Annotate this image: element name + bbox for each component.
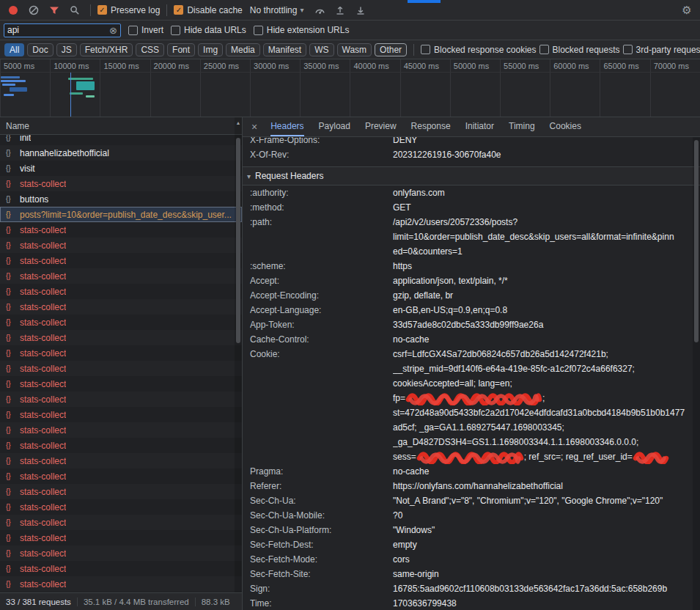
- header-value-line: 16785:5aad9602cf110608b03133de563642fac1…: [393, 581, 690, 596]
- header-row: Time:1703636799438: [250, 596, 690, 610]
- throttling-select[interactable]: No throttling ▾: [246, 4, 309, 17]
- request-row[interactable]: {}stats-collect: [0, 361, 242, 376]
- request-type-icon: {}: [6, 364, 15, 372]
- request-row[interactable]: {}stats-collect: [0, 484, 242, 499]
- record-button[interactable]: [4, 2, 22, 18]
- invert-checkbox[interactable]: Invert: [128, 25, 163, 35]
- tab-preview[interactable]: Preview: [365, 117, 397, 136]
- header-value: same-origin: [393, 567, 690, 581]
- tab-cookies[interactable]: Cookies: [550, 117, 581, 136]
- blocked-requests-checkbox[interactable]: Blocked requests: [539, 45, 620, 55]
- filter-input[interactable]: ⊗: [4, 23, 121, 37]
- request-row[interactable]: {}stats-collect: [0, 392, 242, 407]
- close-details-icon[interactable]: ×: [251, 121, 257, 133]
- request-row[interactable]: {}buttons: [0, 191, 242, 207]
- request-row[interactable]: {}stats-collect: [0, 453, 242, 468]
- filter-pill-font[interactable]: Font: [167, 43, 195, 56]
- request-row[interactable]: {}stats-collect: [0, 238, 242, 253]
- filter-pill-manifest[interactable]: Manifest: [263, 43, 306, 56]
- request-row[interactable]: {}stats-collect: [0, 222, 242, 238]
- filter-pill-fetch-xhr[interactable]: Fetch/XHR: [80, 43, 133, 56]
- request-headers-section[interactable]: ▾ Request Headers: [243, 166, 700, 185]
- request-row[interactable]: {}stats-collect: [0, 515, 242, 530]
- request-name: stats-collect: [20, 410, 66, 420]
- settings-gear-icon[interactable]: ⚙: [678, 2, 696, 18]
- request-row[interactable]: {}visit: [0, 161, 242, 176]
- request-row[interactable]: {}stats-collect: [0, 576, 242, 592]
- column-header-name[interactable]: Name: [0, 117, 242, 135]
- request-name: stats-collect: [20, 471, 66, 482]
- request-name: stats-collect: [20, 333, 66, 343]
- request-row[interactable]: {}stats-collect: [0, 253, 242, 268]
- request-row[interactable]: {}init: [0, 135, 242, 145]
- disable-cache-checkbox[interactable]: ✓ Disable cache: [174, 5, 242, 15]
- hide-data-urls-checkbox[interactable]: Hide data URLs: [171, 25, 246, 35]
- tab-timing[interactable]: Timing: [509, 117, 535, 136]
- scroll-up-icon[interactable]: ▲: [235, 117, 242, 125]
- timeline-overview[interactable]: 5000 ms10000 ms15000 ms20000 ms25000 ms3…: [0, 59, 700, 117]
- blocked-response-cookies-checkbox[interactable]: Blocked response cookies: [421, 45, 536, 55]
- preserve-log-label: Preserve log: [111, 5, 160, 15]
- checkbox-unchecked-icon: [421, 45, 430, 54]
- waterfall-bar: [86, 95, 95, 98]
- request-row[interactable]: {}stats-collect: [0, 530, 242, 545]
- timeline-segment: 45000 ms: [400, 59, 450, 117]
- request-row[interactable]: {}stats-collect: [0, 468, 242, 484]
- request-row[interactable]: {}stats-collect: [0, 407, 242, 422]
- export-har-button[interactable]: [352, 2, 369, 18]
- request-row[interactable]: {}stats-collect: [0, 330, 242, 345]
- header-value-line: same-origin: [393, 567, 690, 581]
- third-party-requests-checkbox[interactable]: 3rd-party requests: [623, 45, 700, 55]
- request-row[interactable]: {}stats-collect: [0, 499, 242, 515]
- filter-pill-doc[interactable]: Doc: [27, 43, 53, 56]
- tab-response[interactable]: Response: [411, 117, 451, 136]
- header-value-line: "Not_A Brand";v="8", "Chromium";v="120",…: [393, 493, 690, 508]
- request-row[interactable]: {}stats-collect: [0, 438, 242, 453]
- filter-pill-ws[interactable]: WS: [309, 43, 334, 56]
- left-scrollbar[interactable]: ▲: [235, 117, 242, 592]
- request-row[interactable]: {}stats-collect: [0, 345, 242, 361]
- right-scrollbar-thumb[interactable]: [694, 140, 699, 342]
- filter-pill-media[interactable]: Media: [226, 43, 260, 56]
- header-value: empty: [393, 537, 690, 552]
- request-row[interactable]: {}stats-collect: [0, 268, 242, 284]
- tab-initiator[interactable]: Initiator: [465, 117, 494, 136]
- filter-pill-js[interactable]: JS: [56, 43, 77, 56]
- request-row[interactable]: {}stats-collect: [0, 176, 242, 191]
- hide-extension-urls-checkbox[interactable]: Hide extension URLs: [254, 25, 350, 35]
- timeline-segment: 35000 ms: [300, 59, 350, 117]
- request-row[interactable]: {}stats-collect: [0, 545, 242, 561]
- search-icon: [70, 5, 80, 15]
- tab-headers[interactable]: Headers: [270, 117, 303, 136]
- request-row[interactable]: {}hannahelizabethofficial: [0, 145, 242, 161]
- invert-label: Invert: [141, 25, 163, 35]
- clear-button[interactable]: [25, 2, 43, 18]
- network-conditions-button[interactable]: [311, 2, 328, 18]
- request-name: stats-collect: [20, 502, 66, 512]
- request-row[interactable]: {}stats-collect: [0, 422, 242, 438]
- request-type-icon: {}: [6, 349, 15, 357]
- preserve-log-checkbox[interactable]: ✓ Preserve log: [97, 5, 160, 15]
- import-har-button[interactable]: [331, 2, 349, 18]
- request-type-icon: {}: [6, 472, 15, 480]
- filter-pill-img[interactable]: Img: [198, 43, 223, 56]
- request-row[interactable]: {}posts?limit=10&order=publish_date_desc…: [0, 207, 242, 222]
- timeline-segments: 5000 ms10000 ms15000 ms20000 ms25000 ms3…: [0, 59, 700, 117]
- request-row[interactable]: {}stats-collect: [0, 299, 242, 315]
- redaction-scribble: [633, 452, 668, 464]
- filter-toggle-button[interactable]: [45, 2, 63, 18]
- clear-filter-icon[interactable]: ⊗: [109, 26, 117, 35]
- filter-pill-wasm[interactable]: Wasm: [337, 43, 372, 56]
- tab-payload[interactable]: Payload: [319, 117, 350, 136]
- request-row[interactable]: {}stats-collect: [0, 315, 242, 330]
- search-button[interactable]: [66, 2, 84, 18]
- left-scrollbar-thumb[interactable]: [236, 138, 240, 343]
- filter-pill-css[interactable]: CSS: [136, 43, 164, 56]
- request-row[interactable]: {}stats-collect: [0, 376, 242, 392]
- filter-pill-all[interactable]: All: [4, 43, 24, 56]
- request-row[interactable]: {}stats-collect: [0, 284, 242, 299]
- filter-pill-other[interactable]: Other: [375, 43, 407, 56]
- right-scrollbar[interactable]: [693, 137, 700, 610]
- request-row[interactable]: {}stats-collect: [0, 561, 242, 576]
- filter-text-field[interactable]: [7, 25, 109, 35]
